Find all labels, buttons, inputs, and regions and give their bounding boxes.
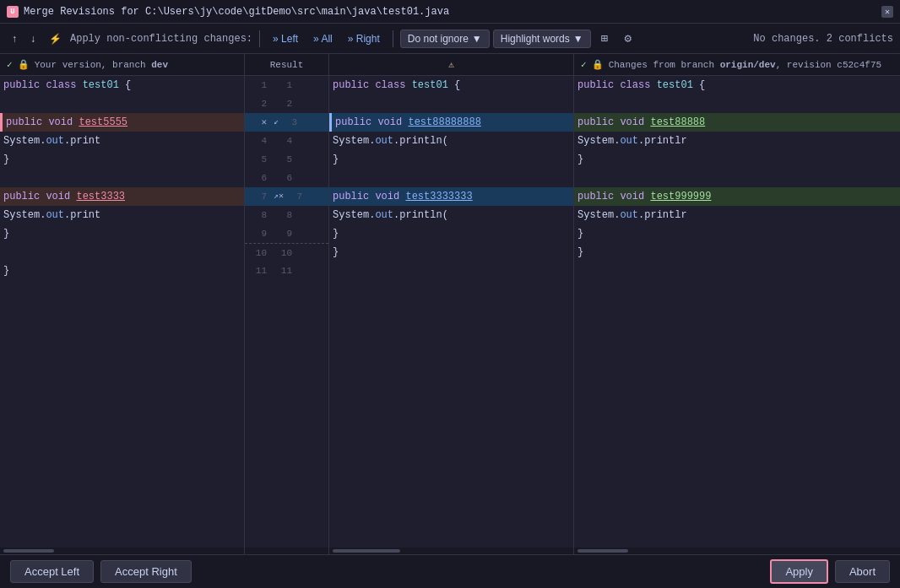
- left-line-6: [0, 169, 244, 187]
- left-line-1: public class test01 {: [0, 76, 244, 94]
- main-content: ✓ 🔒 Your version, branch dev public clas…: [0, 54, 900, 554]
- accept-left-button[interactable]: Accept Left: [10, 560, 94, 583]
- right-header-lock: 🔒: [592, 59, 604, 70]
- right-panel-header: ✓ 🔒 Changes from branch origin/dev, revi…: [574, 54, 900, 76]
- right-line-8: System.out.printlr: [574, 206, 900, 224]
- separator-1: [259, 30, 260, 47]
- center-scrollbar-area: [245, 548, 328, 554]
- left-scrollbar[interactable]: [3, 549, 54, 553]
- result-label: Result: [252, 60, 322, 70]
- result-line-1: public class test01 {: [329, 76, 573, 94]
- result-line-11: [329, 262, 573, 280]
- left-panel-body: public class test01 {: [0, 76, 244, 548]
- left-check-icon: ✓: [7, 59, 13, 70]
- right-panel-body: public class test01 {: [574, 76, 900, 548]
- center-line-1: 1 1: [245, 76, 328, 94]
- right-scrollbar-area: [574, 548, 900, 554]
- left-line-9: }: [0, 224, 244, 243]
- right-line-10: }: [574, 243, 900, 262]
- right-line-11: [574, 262, 900, 280]
- right-header-text: Changes from branch origin/dev, revision…: [609, 60, 881, 70]
- center-line-2: 2 2: [245, 94, 328, 113]
- result-panel: ⚠ public class test01 {: [329, 54, 574, 554]
- result-panel-body: public class test01 {: [329, 76, 573, 548]
- right-line-2: [574, 94, 900, 113]
- center-line-6: 6 6: [245, 169, 328, 187]
- left-scrollbar-area: [0, 548, 244, 554]
- status-text: No changes. 2 conflicts: [753, 33, 893, 45]
- table-icon-button[interactable]: ⊞: [594, 29, 615, 49]
- warning-icon: ⚠: [448, 59, 454, 70]
- bottom-bar: Accept Left Accept Right Apply Abort: [0, 554, 900, 588]
- left-tag-button[interactable]: » Left: [267, 30, 304, 47]
- apply-button[interactable]: Apply: [770, 559, 828, 584]
- right-line-1: public class test01 {: [574, 76, 900, 94]
- left-line-11: }: [0, 262, 244, 280]
- result-line-6: [329, 169, 573, 187]
- result-scrollbar-area: [329, 548, 573, 554]
- center-panel: Result 1 1 2 2 ✕ ↙ 3: [245, 54, 329, 554]
- left-panel-header: ✓ 🔒 Your version, branch dev: [0, 54, 244, 76]
- left-panel: ✓ 🔒 Your version, branch dev public clas…: [0, 54, 245, 554]
- result-line-9: }: [329, 224, 573, 243]
- toolbar: ↑ ↓ ⚡ Apply non-conflicting changes: » L…: [0, 24, 900, 54]
- left-line-7: public void test3333: [0, 187, 244, 206]
- right-code-area: public class test01 {: [574, 76, 900, 548]
- result-scrollbar[interactable]: [333, 549, 400, 553]
- left-line-10: [0, 243, 244, 262]
- result-code-area: public class test01 {: [329, 76, 573, 548]
- right-scrollbar[interactable]: [577, 549, 628, 553]
- center-line-10: 10 10: [245, 243, 328, 262]
- ignore-dropdown-button[interactable]: Do not ignore ▼: [400, 30, 490, 48]
- next-conflict-button[interactable]: ↓: [25, 31, 41, 46]
- gear-icon: ⚙: [624, 31, 631, 46]
- result-line-3: public void test88888888: [329, 113, 573, 132]
- magic-button[interactable]: ⚡: [44, 31, 67, 46]
- result-line-4: System.out.println(: [329, 132, 573, 150]
- center-line-9: 9 9: [245, 224, 328, 243]
- abort-button[interactable]: Abort: [835, 560, 890, 583]
- result-line-7: public void test3333333: [329, 187, 573, 206]
- right-panel: ✓ 🔒 Changes from branch origin/dev, revi…: [574, 54, 900, 554]
- highlight-chevron-icon: ▼: [573, 33, 583, 45]
- center-line-4: 4 4: [245, 132, 328, 150]
- center-panel-header: Result: [245, 54, 328, 76]
- result-line-5: }: [329, 150, 573, 169]
- settings-icon-button[interactable]: ⚙: [618, 29, 638, 49]
- left-line-3: public void test5555: [0, 113, 244, 132]
- left-line-2: [0, 94, 244, 113]
- center-code-area: 1 1 2 2 ✕ ↙ 3 4 4: [245, 76, 328, 548]
- left-line-8: System.out.print: [0, 206, 244, 224]
- right-line-4: System.out.printlr: [574, 132, 900, 150]
- close-button[interactable]: ✕: [881, 6, 893, 18]
- center-line-7: 7 ↗ ✕ 7: [245, 187, 328, 206]
- result-line-10: }: [329, 243, 573, 262]
- arrow-up-icon: ↑: [12, 33, 17, 45]
- arrow-down-icon: ↓: [30, 33, 35, 45]
- left-header-lock: 🔒: [18, 59, 30, 70]
- center-line-8: 8 8: [245, 206, 328, 224]
- left-line-4: System.out.print: [0, 132, 244, 150]
- highlight-dropdown-button[interactable]: Highlight words ▼: [493, 30, 591, 48]
- center-panel-body: 1 1 2 2 ✕ ↙ 3 4 4: [245, 76, 328, 548]
- separator-2: [393, 30, 393, 47]
- center-line-11: 11 11: [245, 262, 328, 280]
- left-header-text: Your version, branch dev: [35, 60, 168, 70]
- ignore-chevron-icon: ▼: [472, 33, 482, 45]
- left-code-area: public class test01 {: [0, 76, 244, 548]
- result-line-2: [329, 94, 573, 113]
- accept-right-button[interactable]: Accept Right: [100, 560, 192, 583]
- center-line-3: ✕ ↙ 3: [245, 113, 328, 132]
- all-tag-button[interactable]: » All: [307, 30, 339, 47]
- prev-conflict-button[interactable]: ↑: [7, 31, 22, 46]
- panels-container: ✓ 🔒 Your version, branch dev public clas…: [0, 54, 900, 554]
- result-panel-header: ⚠: [329, 54, 573, 76]
- center-line-5: 5 5: [245, 150, 328, 169]
- result-line-8: System.out.println(: [329, 206, 573, 224]
- table-icon: ⊞: [600, 31, 607, 46]
- title-bar-left: U Merge Revisions for C:\Users\jy\code\g…: [7, 6, 449, 18]
- right-tag-button[interactable]: » Right: [342, 30, 386, 47]
- right-line-7: public void test999999: [574, 187, 900, 206]
- right-line-3: public void test88888: [574, 113, 900, 132]
- right-line-9: }: [574, 224, 900, 243]
